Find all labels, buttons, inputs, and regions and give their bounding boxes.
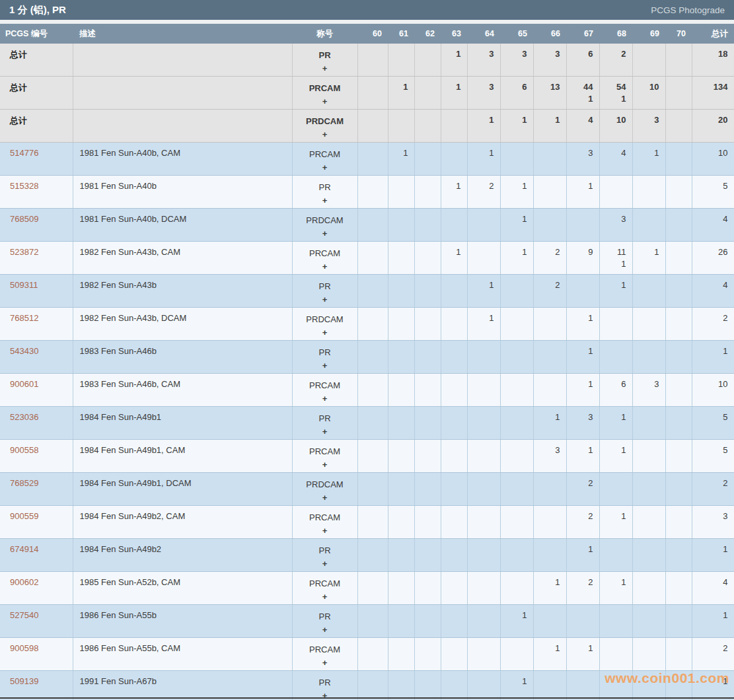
photograde-link[interactable]: PCGS Photograde (651, 5, 725, 15)
grade-cell-68 (599, 539, 632, 572)
grade-cell-64 (467, 374, 500, 407)
coin-number-link[interactable]: 509139 (10, 676, 38, 686)
grade-cell-67: 2 (566, 506, 599, 539)
grade-cell-69: 10 (632, 77, 665, 110)
grade-cell-68: 111 (599, 242, 632, 275)
grade-cell-68: 3 (599, 209, 632, 242)
grade-cell-60 (357, 308, 388, 341)
coin-number-link[interactable]: 527540 (10, 610, 38, 620)
plus-designation-label: + (293, 524, 357, 538)
grade-cell-62 (414, 275, 441, 308)
coin-row: 5238721982 Fen Sun-A43b, CAMPRCAM+112911… (0, 242, 734, 275)
coin-number-link[interactable]: 514776 (10, 148, 38, 158)
column-header-designation: 称号 (292, 24, 357, 44)
grade-cell-70 (665, 572, 692, 605)
grade-cell-62 (414, 374, 441, 407)
coin-number-cell: 523872 (0, 242, 73, 275)
coin-number-link[interactable]: 768509 (10, 214, 38, 224)
grade-cell-66 (533, 374, 566, 407)
grade-cell-61: 1 (388, 143, 414, 176)
total-row: 总计PR+13336218 (0, 44, 734, 77)
designation-label: PR (293, 676, 357, 689)
designation-cell: PRCAM+ (292, 143, 357, 176)
grade-cell-62 (414, 242, 441, 275)
coin-number-link[interactable]: 900558 (10, 445, 38, 455)
grade-cell-67: 1 (566, 341, 599, 374)
coin-number-link[interactable]: 768512 (10, 313, 38, 323)
grade-cell-68: 1 (599, 407, 632, 440)
coin-number-cell: 768512 (0, 308, 73, 341)
coin-number-link[interactable]: 515328 (10, 181, 38, 191)
coin-number-link[interactable]: 543430 (10, 346, 38, 356)
page-title: 1 分 (铝), PR (9, 4, 66, 17)
grade-cell-60 (357, 176, 388, 209)
coin-number-link[interactable]: 900598 (10, 643, 38, 653)
coin-number-cell: 509311 (0, 275, 73, 308)
total-cell: 1 (692, 671, 734, 700)
grade-cell-66 (533, 143, 566, 176)
grade-cell-66 (533, 473, 566, 506)
grade-cell-63 (441, 341, 467, 374)
coin-number-link[interactable]: 523036 (10, 412, 38, 422)
grade-cell-67: 2 (566, 572, 599, 605)
description-cell: 1983 Fen Sun-A46b (73, 341, 292, 374)
coin-number-cell: 900598 (0, 638, 73, 671)
grade-cell-61 (388, 671, 414, 700)
grade-cell-62 (414, 143, 441, 176)
coin-number-cell: 515328 (0, 176, 73, 209)
grade-cell-65 (500, 374, 533, 407)
grade-cell-69 (632, 275, 665, 308)
description-cell: 1984 Fen Sun-A49b1 (73, 407, 292, 440)
grade-cell-63 (441, 308, 467, 341)
grade-cell-67: 1 (566, 440, 599, 473)
coin-number-link[interactable]: 523872 (10, 247, 38, 257)
grade-cell-69 (632, 539, 665, 572)
grade-cell-62 (414, 308, 441, 341)
grade-cell-60 (357, 671, 388, 700)
coin-number-link[interactable]: 674914 (10, 544, 38, 554)
column-header-grade-62: 62 (414, 24, 441, 44)
column-header-description: 描述 (73, 24, 292, 44)
grade-cell-66 (533, 605, 566, 638)
grade-cell-67: 1 (566, 638, 599, 671)
grade-cell-64: 1 (467, 308, 500, 341)
grade-cell-70 (665, 77, 692, 110)
column-header-grade-66: 66 (533, 24, 566, 44)
grade-cell-66 (533, 308, 566, 341)
coin-number-link[interactable]: 900559 (10, 511, 38, 521)
designation-label: PR (293, 610, 357, 623)
grade-cell-65 (500, 473, 533, 506)
coin-number-cell: 768529 (0, 473, 73, 506)
designation-label: PRCAM (293, 511, 357, 524)
designation-cell: PRDCAM+ (292, 473, 357, 506)
grade-cell-66 (533, 209, 566, 242)
grade-cell-66 (533, 176, 566, 209)
grade-cell-62 (414, 638, 441, 671)
grade-cell-67: 441 (566, 77, 599, 110)
grade-cell-69: 3 (632, 110, 665, 143)
designation-label: PRDCAM (293, 313, 357, 326)
grade-cell-63 (441, 473, 467, 506)
coin-number-link[interactable]: 900601 (10, 379, 38, 389)
coin-number-link[interactable]: 509311 (10, 280, 38, 290)
coin-number-link[interactable]: 768529 (10, 478, 38, 488)
designation-cell: PR+ (292, 605, 357, 638)
grade-cell-66: 1 (533, 572, 566, 605)
designation-cell: PRCAM+ (292, 440, 357, 473)
plus-designation-label: + (293, 458, 357, 472)
column-header-grade-68: 68 (599, 24, 632, 44)
grade-cell-65: 3 (500, 44, 533, 77)
coin-number-cell: 523036 (0, 407, 73, 440)
designation-cell: PRCAM+ (292, 572, 357, 605)
grade-cell-65: 1 (500, 671, 533, 700)
grade-cell-64: 1 (467, 110, 500, 143)
grade-cell-60 (357, 539, 388, 572)
total-row: 总计PRCAM+11361344154110134 (0, 77, 734, 110)
grade-cell-64 (467, 638, 500, 671)
designation-cell: PRDCAM+ (292, 209, 357, 242)
coin-number-link[interactable]: 900602 (10, 577, 38, 587)
total-row-label: 总计 (0, 44, 73, 77)
grade-cell-68 (599, 605, 632, 638)
grade-cell-67 (566, 209, 599, 242)
grade-cell-70 (665, 539, 692, 572)
